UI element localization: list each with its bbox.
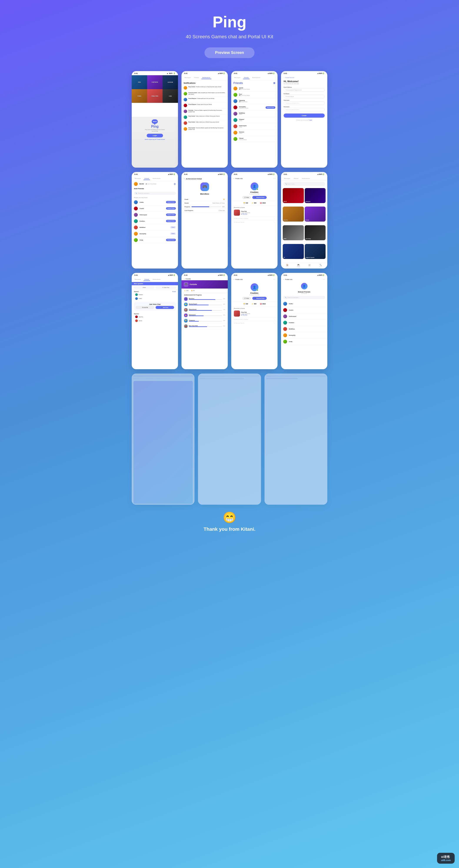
req-btn-4[interactable]: Friend	[170, 226, 176, 228]
mutual-friends-row-2[interactable]: 12 Mutual Friends ›	[231, 321, 277, 325]
game-card-lol[interactable]: League of Legends	[305, 244, 326, 259]
mutual-list: Godku Crashn Ordoresped Freebies McWillo…	[281, 301, 327, 369]
mutual-search[interactable]: 🔍 Search by username...	[283, 296, 325, 299]
input-email[interactable]: ThomaswayneXY@gmail.com	[284, 88, 325, 92]
notif-avatar-5	[184, 116, 187, 119]
game-card-dc[interactable]: DC	[283, 244, 304, 259]
tab-notif-add[interactable]: Notifications	[152, 178, 161, 180]
tab-friends-fr[interactable]: Friends	[243, 76, 250, 79]
friend-item-4: McWillow Offline ›	[231, 111, 277, 117]
nav-library[interactable]: 🎮 Library	[297, 264, 300, 267]
profile2-more[interactable]: ⋯	[273, 278, 275, 281]
tab-messages-add[interactable]: Messages	[134, 178, 142, 180]
notif-avatar-0	[184, 86, 187, 90]
notif-avatar-7	[184, 127, 187, 131]
search-games[interactable]: 🔍 Search Game...	[283, 182, 325, 186]
req-btn-0[interactable]: Request Friend	[166, 201, 176, 203]
game-card-marvel[interactable]: Marvel	[283, 188, 304, 203]
notif-avatar-1	[184, 92, 187, 95]
search-bar-add[interactable]: 🔍 Search by username...	[134, 192, 176, 195]
invite-me-btn[interactable]: 🎙 Invite Me	[136, 306, 154, 309]
profile-more[interactable]: ⋯	[273, 178, 275, 180]
friends-title: Friends	[233, 82, 243, 85]
game-card-cod[interactable]: Call of Duty	[305, 225, 326, 240]
nav-feed[interactable]: 📰 Feed	[308, 264, 310, 267]
req-btn-2[interactable]: Request Friend	[166, 214, 176, 216]
request-friend-btn-0[interactable]: Request Friend	[266, 106, 275, 109]
add-icon[interactable]: ⊕	[174, 182, 176, 185]
add-av-0	[134, 200, 138, 204]
tab-friends-add[interactable]: Friends	[144, 178, 150, 180]
friend-item-7: Stonees Offline ›	[231, 130, 277, 136]
preview-button[interactable]: Preview Screen	[204, 48, 254, 58]
nav-tabs-notif: Messages Friends Notifications	[182, 75, 228, 80]
recently-in-game-label: Recently In Game	[231, 206, 277, 209]
friends-add-icon[interactable]: ⊕	[273, 82, 275, 85]
share-btn[interactable]: ↑ Share	[133, 286, 155, 289]
party-btn-2[interactable]: 🎮 Request Party	[252, 297, 267, 300]
tab-messages-grp[interactable]: Messages	[134, 278, 142, 281]
input-fullname[interactable]: Thomas Wayne	[284, 95, 325, 98]
add-friend-3: Freebies Request Friend	[132, 218, 178, 224]
profile-name: Freebies	[250, 191, 258, 193]
tab-messages-games[interactable]: Messages	[283, 178, 291, 180]
splash-tagline: Play Game and Talking with your Friends …	[145, 129, 165, 132]
tab-notif-games[interactable]: Notifications	[301, 178, 310, 180]
tab-friends-grp[interactable]: Friends	[144, 278, 150, 281]
req-btn-5[interactable]: Friend	[170, 232, 176, 235]
tab-notif-grp[interactable]: Notifications	[152, 278, 161, 281]
tab-notifications-fr[interactable]: Notifications	[251, 76, 261, 79]
back-link[interactable]: ← Create Account	[284, 77, 325, 78]
voice-btn[interactable]: 🎙 Voice Chat	[155, 286, 176, 289]
mutual-channel-arrow: ›	[274, 218, 275, 219]
nav-tabs-group: Messages Friends Notifications	[132, 277, 178, 282]
req-btn-1[interactable]: Request Friend	[166, 207, 176, 210]
add-friend-0: Godku Request Friend	[132, 199, 178, 206]
mutual-channel-row-2[interactable]: 20 Mutual Party Channel ›	[231, 317, 277, 321]
games-grid: Marvel Among Us Free Fire Fortnite PUBG …	[281, 187, 327, 263]
input-password[interactable]: Input your password here...	[284, 108, 325, 111]
squad-accept[interactable]: Accept	[172, 291, 176, 292]
ach-back[interactable]: ← Achievement Detail	[182, 176, 228, 181]
game-card-fortnite[interactable]: Fortnite	[305, 207, 326, 222]
game-recently-2: Free Fire 1 Hour 23 Minutes ▶ Play Now	[231, 310, 277, 317]
mutual-0: Godku	[281, 301, 327, 307]
tab-messages[interactable]: Messages	[184, 76, 192, 79]
time: 9:41	[134, 72, 138, 74]
game-card-pubg[interactable]: PUBG	[283, 225, 304, 240]
fortnite-back[interactable]: ← Fortnite	[182, 277, 228, 280]
notif-item-1: Friend Accepted · Dodly accepted your fr…	[182, 91, 228, 97]
mutual-friends-row[interactable]: 12 Mutual Friends ›	[231, 220, 277, 224]
profile2-back[interactable]: ← Profile Info	[233, 279, 242, 280]
play-now-2[interactable]: ▶ Play Now	[241, 314, 275, 315]
profile-back[interactable]: ← Profile Info	[233, 178, 242, 179]
req-btn-3[interactable]: Request Friend	[166, 220, 176, 222]
game-card-ff[interactable]: Free Fire	[283, 207, 304, 222]
nav-explore[interactable]: 🔍 Explore	[319, 264, 322, 267]
start-party-btn[interactable]: 🎮 Start Party	[156, 306, 174, 309]
splash-login-button[interactable]: Login	[147, 134, 163, 137]
mutual-more[interactable]: ⋯	[323, 278, 325, 281]
profile-top-bar: ← Profile Info ⋯	[231, 176, 277, 180]
input-username[interactable]: Input your username here...	[284, 101, 325, 105]
friends-list: Jacolo 🎮 Call of Duty Mobile › Roni 🎮 Ca…	[231, 86, 277, 168]
tab-notifications[interactable]: Notifications	[201, 76, 211, 79]
mutual-count: 12 Friends	[301, 293, 307, 294]
voice-actions: 🎙 Invite Me 🎮 Start Party	[136, 306, 174, 309]
req-btn-6[interactable]: Request Friend	[166, 239, 176, 241]
mutual-channel-row[interactable]: 20 Mutual Party Channel ›	[231, 217, 277, 220]
tab-friends-games[interactable]: Friends	[293, 178, 299, 180]
play-now-btn[interactable]: ▶ Play Now	[241, 213, 275, 215]
request-party-button[interactable]: 🎮 Request Party	[252, 196, 267, 199]
friend-info-5: Ximpact Offline	[239, 119, 273, 121]
mutual-back[interactable]: ← Profile Info	[283, 279, 292, 280]
game-card-among[interactable]: Among Us	[305, 188, 326, 203]
create-account-button[interactable]: Create	[284, 114, 325, 118]
chat-btn-2[interactable]: 💬 Chat	[242, 297, 251, 300]
tab-messages-fr[interactable]: Messages	[233, 76, 241, 79]
nav-home[interactable]: 🏠 Home	[286, 264, 289, 267]
tab-friends[interactable]: Friends	[193, 76, 200, 79]
chat-button[interactable]: 💬 Chat	[242, 196, 251, 199]
squad1-header: Squad 1 Accept	[132, 290, 178, 293]
ach-list: 🎮 Merciless 80% ⭐ Bounty Expert 60% 🎯 Sh…	[182, 297, 228, 369]
